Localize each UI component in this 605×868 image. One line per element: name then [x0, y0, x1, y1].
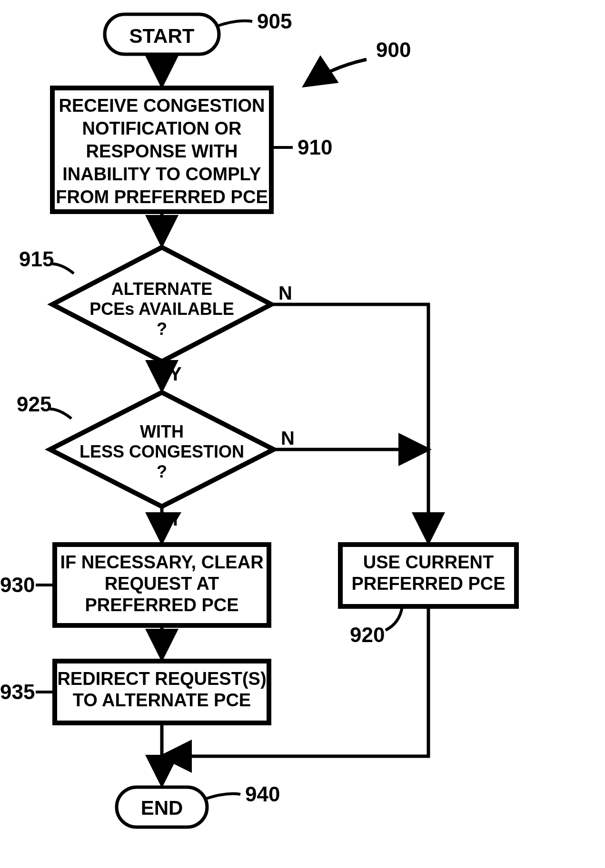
- redirect-line-1: TO ALTERNATE PCE: [73, 690, 251, 710]
- alt-no: N: [278, 283, 292, 303]
- receive-line-0: RECEIVE CONGESTION: [59, 96, 265, 116]
- clear-line-2: PREFERRED PCE: [85, 595, 238, 615]
- alt-ref: 915: [19, 247, 54, 271]
- less-line-0: WITH: [140, 422, 184, 441]
- receive-line-2: RESPONSE WITH: [86, 141, 238, 161]
- start-ref: 905: [257, 10, 292, 33]
- node-redirect: REDIRECT REQUEST(S) TO ALTERNATE PCE 935: [0, 661, 269, 723]
- less-yes: Y: [169, 508, 182, 529]
- node-alt: ALTERNATE PCEs AVAILABLE ? 915: [19, 247, 271, 361]
- alt-line-0: ALTERNATE: [111, 279, 213, 299]
- usecur-ref: 920: [350, 623, 385, 646]
- alt-line-2: ?: [157, 319, 167, 339]
- usecur-line-1: PREFERRED PCE: [351, 574, 505, 594]
- edge-alt-no: [271, 304, 428, 542]
- less-line-1: LESS CONGESTION: [79, 442, 244, 461]
- end-ref: 940: [245, 782, 280, 806]
- less-line-2: ?: [157, 462, 167, 481]
- less-no: N: [281, 428, 295, 449]
- usecur-line-0: USE CURRENT: [363, 552, 494, 572]
- node-start: START 905: [105, 10, 292, 54]
- receive-line-4: FROM PREFERRED PCE: [56, 187, 268, 207]
- node-clear: IF NECESSARY, CLEAR REQUEST AT PREFERRED…: [0, 545, 269, 625]
- alt-yes: Y: [169, 363, 182, 384]
- alt-line-1: PCEs AVAILABLE: [89, 299, 234, 319]
- receive-line-3: INABILITY TO COMPLY: [62, 164, 261, 184]
- figure-ref: 900: [305, 38, 411, 86]
- clear-ref: 930: [0, 573, 35, 596]
- node-receive: RECEIVE CONGESTION NOTIFICATION OR RESPO…: [52, 88, 332, 212]
- receive-line-1: NOTIFICATION OR: [82, 118, 242, 138]
- figure-ref-label: 900: [376, 38, 411, 61]
- clear-line-1: REQUEST AT: [105, 574, 219, 594]
- node-end: END 940: [117, 782, 280, 827]
- clear-line-0: IF NECESSARY, CLEAR: [60, 552, 263, 572]
- redirect-ref: 935: [0, 680, 35, 703]
- less-ref: 925: [17, 392, 51, 416]
- start-text: START: [129, 25, 195, 47]
- node-less: WITH LESS CONGESTION ? 925: [17, 392, 274, 507]
- end-text: END: [141, 797, 183, 819]
- receive-ref: 910: [298, 136, 332, 159]
- redirect-line-0: REDIRECT REQUEST(S): [57, 669, 266, 689]
